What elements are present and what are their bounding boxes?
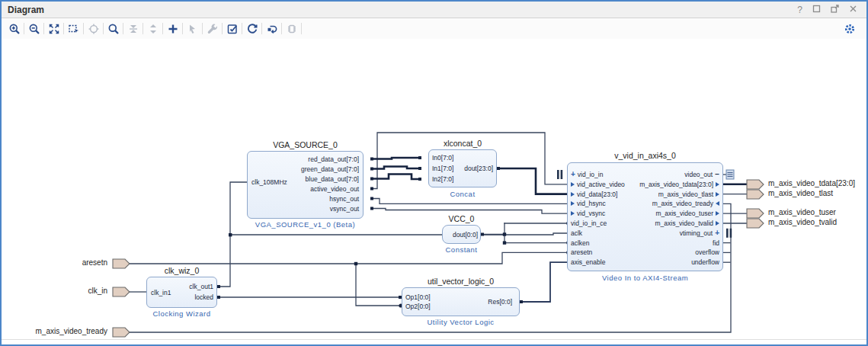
block-subtitle-clkwiz[interactable]: Clocking Wizard [146, 309, 217, 318]
port-vtiming_out[interactable]: vtiming_out+ [611, 228, 719, 238]
port-In0[7:0][interactable]: In0[7:0] [432, 152, 474, 163]
port-label: aclken [571, 239, 590, 247]
port-label: aresetn [571, 248, 592, 256]
port-label: vid_io_in [578, 171, 604, 178]
unconnected-interface-icon-vid-io-in [557, 170, 562, 179]
port-label: m_axis_video_tlast [658, 191, 713, 198]
unconnected-interface-icon-vtiming [726, 229, 732, 238]
port-label: vid_vsync [577, 210, 605, 217]
port-overflow[interactable]: overflow [611, 248, 719, 258]
port-Res[0:0][interactable]: Res[0:0] [465, 297, 512, 306]
video-out-interface-icon [726, 170, 734, 179]
ext-port-m-axis-video-tuser[interactable] [747, 209, 764, 218]
port-m_axis_video_tuser[interactable]: m_axis_video_tuser [611, 209, 719, 219]
port-marker-arrow-icon [716, 192, 719, 197]
block-subtitle-xlconcat[interactable]: Concat [428, 190, 497, 198]
port-label: overflow [695, 248, 719, 256]
ext-label-m-axis-video-tdata[interactable]: m_axis_video_tdata[23:0] [768, 179, 855, 187]
port-vsync_out[interactable]: vsync_out [253, 204, 359, 214]
wire-aresetn-op2[interactable] [356, 264, 400, 306]
ext-port-aresetn[interactable] [113, 259, 130, 268]
ext-label-m-axis-video-tuser[interactable]: m_axis_video_tuser [768, 208, 836, 216]
ext-label-m-axis-video-tready[interactable]: m_axis_video_tready [36, 327, 108, 335]
port-label: m_axis_video_tready [652, 200, 713, 207]
port-dout[23:0][interactable]: dout[23:0] [447, 163, 493, 174]
port-clk_out1[interactable]: clk_out1 [178, 282, 213, 293]
port-label: dout[0:0] [453, 231, 478, 239]
port-blue_data_out[7:0][interactable]: blue_data_out[7:0] [253, 175, 359, 184]
block-subtitle-vcc[interactable]: Constant [433, 245, 490, 254]
ext-label-aresetn[interactable]: aresetn [82, 258, 107, 267]
port-red_data_out[7:0][interactable]: red_data_out[7:0] [253, 155, 359, 165]
port-label: Op2[0:0] [405, 303, 431, 310]
port-label: clk_in1 [151, 289, 171, 296]
port-marker-plus-icon[interactable]: + [571, 171, 575, 178]
port-label: clk_out1 [189, 283, 213, 290]
bus-red-data[interactable] [373, 158, 420, 159]
ext-label-m-axis-video-tvalid[interactable]: m_axis_video_tvalid [768, 218, 837, 226]
junction [503, 241, 506, 244]
port-label: In0[7:0] [432, 154, 453, 162]
canvas-bottom-edge [2, 339, 866, 340]
port-label: vtiming_out [680, 229, 713, 237]
port-marker-minus-icon[interactable]: − [715, 171, 719, 178]
ext-port-m-axis-video-tvalid[interactable] [747, 219, 764, 228]
block-title-clkwiz: clk_wiz_0 [146, 266, 217, 275]
bus-green-data[interactable] [373, 167, 420, 169]
port-Op2[0:0][interactable]: Op2[0:0] [405, 302, 444, 311]
port-marker-plus-icon[interactable]: + [715, 229, 719, 237]
port-m_axis_video_tready[interactable]: m_axis_video_tready [611, 199, 719, 209]
ext-port-m-axis-video-tready[interactable] [113, 328, 130, 337]
wire-vsync[interactable] [373, 209, 567, 214]
port-m_axis_video_tlast[interactable]: m_axis_video_tlast [611, 189, 719, 199]
port-video_out[interactable]: video_out− [611, 170, 719, 180]
ext-port-m-axis-video-tlast[interactable] [747, 190, 764, 199]
port-marker-arrow-icon [716, 211, 719, 216]
port-fid[interactable]: fid [611, 238, 719, 248]
port-label: vsync_out [330, 205, 359, 213]
port-label: m_axis_video_tvalid [655, 219, 713, 227]
diagram-canvas[interactable]: VGA_SOURCE_0 VGA_SOURCE_v1_0 (Beta) clk_… [2, 2, 866, 344]
port-label: In2[7:0] [432, 175, 453, 183]
port-m_axis_video_tdata[23:0][interactable]: m_axis_video_tdata[23:0] [611, 179, 719, 189]
wire-aresetn[interactable] [128, 252, 567, 264]
port-label: active_video_out [310, 185, 359, 193]
port-marker-arrow-icon [571, 182, 575, 187]
vvid-right-ports: video_out−m_axis_video_tdata[23:0]m_axis… [611, 170, 719, 268]
junction [229, 233, 232, 236]
block-title-xlconcat: xlconcat_0 [428, 139, 497, 148]
port-In2[7:0][interactable]: In2[7:0] [432, 174, 474, 184]
block-subtitle-vga[interactable]: VGA_SOURCE_v1_0 (Beta) [247, 220, 364, 229]
ext-label-clk-in[interactable]: clk_in [88, 287, 107, 295]
block-subtitle-utilvec[interactable]: Utility Vector Logic [402, 318, 520, 326]
port-label: Res[0:0] [488, 298, 512, 306]
wire-clk-aclk[interactable] [230, 233, 567, 235]
bus-blue-data[interactable] [373, 175, 420, 180]
port-label: m_axis_video_tuser [655, 210, 713, 217]
port-marker-arrow-icon [571, 192, 575, 197]
port-underflow[interactable]: underflow [611, 258, 719, 268]
block-subtitle-vvid[interactable]: Video In to AXI4-Stream [567, 274, 723, 282]
port-hsync_out[interactable]: hsync_out [253, 194, 359, 204]
port-green_data_out[7:0][interactable]: green_data_out[7:0] [253, 165, 359, 175]
port-active_video_out[interactable]: active_video_out [253, 184, 359, 194]
ext-label-m-axis-video-tlast[interactable]: m_axis_video_tlast [768, 189, 833, 197]
junction [503, 232, 506, 235]
bus-dout-vid-data[interactable] [498, 168, 567, 194]
port-label: locked [194, 293, 213, 301]
wire-res-axis-enable[interactable] [521, 262, 567, 302]
port-label: underflow [691, 258, 719, 266]
diagram-window: Diagram ? [0, 0, 868, 346]
port-dout[0:0][interactable]: dout[0:0] [444, 229, 478, 239]
ext-port-m-axis-video-tdata[interactable] [747, 180, 764, 189]
port-locked[interactable]: locked [178, 292, 213, 303]
port-m_axis_video_tvalid[interactable]: m_axis_video_tvalid [611, 219, 719, 229]
utilvec-right-ports: Res[0:0] [465, 297, 512, 306]
ext-port-clk-in[interactable] [113, 287, 130, 296]
port-label: red_data_out[7:0] [308, 155, 359, 163]
port-Op1[0:0][interactable]: Op1[0:0] [405, 293, 444, 302]
clkwiz-right-ports: clk_out1locked [178, 282, 213, 303]
wire-hsync[interactable] [373, 199, 567, 204]
port-marker-arrow-icon [716, 182, 719, 187]
port-label: hsync_out [329, 195, 359, 203]
